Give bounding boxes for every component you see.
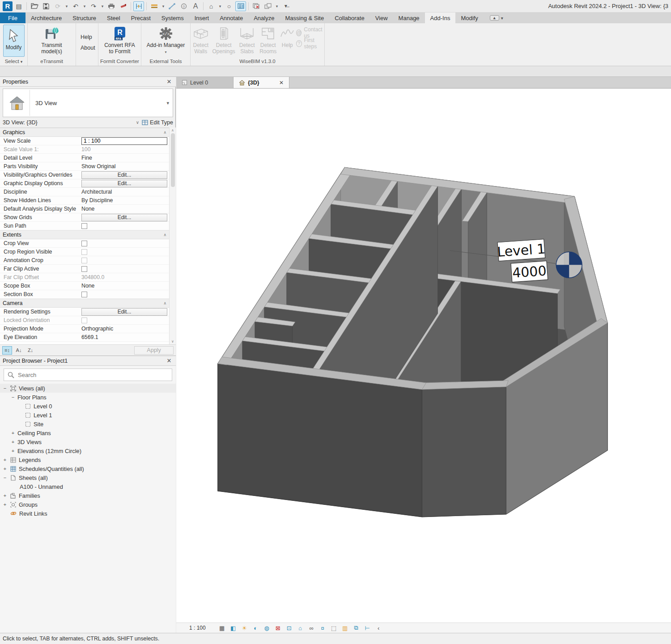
system-browser-icon[interactable] — [235, 1, 246, 11]
default-3d-view-icon[interactable]: ⌂ — [206, 1, 217, 11]
detect-slabs-button[interactable]: Detect Slabs — [237, 25, 257, 56]
undo-dropdown-icon[interactable]: ▾ — [82, 1, 87, 11]
worksharing-display-icon[interactable]: ⧉ — [351, 624, 361, 632]
save-icon[interactable] — [41, 1, 51, 11]
properties-scrollbar[interactable]: ∧ ∨ — [169, 127, 176, 344]
undo-icon[interactable]: ↶ — [70, 1, 81, 11]
tab-precast[interactable]: Precast — [126, 13, 156, 23]
tab-annotate[interactable]: Annotate — [214, 13, 248, 23]
measure-icon[interactable] — [118, 1, 128, 11]
section-graphics[interactable]: Graphics∧ — [0, 128, 169, 137]
detect-walls-button[interactable]: Detect Walls — [191, 25, 210, 56]
far-clip-active-checkbox[interactable] — [81, 266, 87, 272]
crop-view-icon[interactable]: ⊠ — [273, 624, 283, 632]
tab-modify[interactable]: Modify — [455, 13, 483, 23]
collapse-icon[interactable]: ∧ — [163, 301, 166, 305]
properties-close-icon[interactable]: ✕ — [165, 78, 173, 85]
view-tab-level-0[interactable]: Level 0 — [176, 77, 234, 88]
tab-steel[interactable]: Steel — [102, 13, 126, 23]
contact-us-button[interactable]: @ Contact us — [296, 27, 323, 38]
project-browser-close-icon[interactable]: ✕ — [165, 357, 173, 364]
crop-view-checkbox[interactable] — [81, 241, 87, 246]
ribbon-state-dropdown-icon[interactable]: ▾ — [501, 16, 503, 21]
tab-collaborate[interactable]: Collaborate — [329, 13, 370, 23]
section-box-checkbox[interactable] — [81, 292, 87, 297]
detect-openings-button[interactable]: Detect Openings — [211, 25, 236, 56]
rendering-settings-edit-button[interactable]: Edit... — [81, 308, 167, 316]
scroll-down-icon[interactable]: ∨ — [171, 339, 174, 343]
switch-windows-dropdown-icon[interactable]: ▾ — [274, 1, 280, 11]
modify-button[interactable]: Modify — [3, 25, 25, 57]
type-selector[interactable]: 3D View ▾ — [3, 89, 173, 117]
sort-ascending-button[interactable]: A↓ — [14, 346, 24, 355]
collapse-icon[interactable]: ∧ — [163, 130, 166, 135]
line-style-icon[interactable] — [149, 1, 160, 11]
prop-row-view-scale[interactable]: View Scale — [0, 137, 169, 145]
annotation-crop-checkbox[interactable] — [81, 258, 87, 263]
tab-massing-site[interactable]: Massing & Site — [280, 13, 329, 23]
revit-logo-icon[interactable]: R — [3, 1, 13, 11]
model-viewport[interactable]: Level 1 4000 — [176, 89, 671, 623]
scale-button[interactable]: 1 : 100 — [184, 624, 211, 631]
tree-site[interactable]: Site — [0, 419, 176, 428]
tab-insert[interactable]: Insert — [189, 13, 215, 23]
apply-button[interactable]: Apply — [134, 346, 174, 355]
tree-views-all[interactable]: −Views (all) — [0, 384, 176, 393]
browser-search[interactable] — [4, 369, 172, 381]
graphic-display-edit-button[interactable]: Edit... — [81, 180, 167, 187]
instance-selector-dropdown-icon[interactable]: ∨ — [136, 120, 139, 125]
transmit-models-button[interactable]: Transmit model(s) — [30, 25, 73, 56]
tab-manage[interactable]: Manage — [393, 13, 425, 23]
tab-file[interactable]: File — [0, 13, 25, 23]
analytical-model-icon[interactable]: ⬚ — [329, 624, 339, 632]
about-button[interactable]: About — [81, 45, 93, 51]
sort-default-button[interactable]: ≡↕ — [2, 346, 12, 355]
tree-sheets[interactable]: −Sheets (all) — [0, 473, 176, 482]
vcb-collapse-icon[interactable]: ‹ — [374, 624, 384, 632]
section-camera[interactable]: Camera∧ — [0, 299, 169, 308]
temporary-view-properties-icon[interactable]: ¤ — [318, 624, 328, 632]
visual-style-icon[interactable]: ◧ — [228, 624, 238, 632]
view-scale-input[interactable] — [81, 137, 167, 145]
tree-3d-views[interactable]: +3D Views — [0, 437, 176, 446]
switch-windows-icon[interactable] — [263, 1, 273, 11]
collapse-icon[interactable]: ∧ — [163, 233, 166, 237]
tab-add-ins[interactable]: Add-Ins — [425, 13, 456, 23]
sun-path-icon[interactable]: ☀ — [239, 624, 250, 632]
sun-path-checkbox[interactable] — [81, 223, 87, 229]
tree-sheet-a100[interactable]: A100 - Unnamed — [0, 482, 176, 491]
convert-rfa-button[interactable]: RRFA Convert RFA to FormIt — [101, 25, 139, 56]
text-icon[interactable]: A — [190, 1, 201, 11]
detect-rooms-button[interactable]: Detect Rooms — [258, 25, 278, 56]
tab-architecture[interactable]: Architecture — [25, 13, 67, 23]
redo-icon[interactable]: ↷ — [88, 1, 99, 11]
tab-systems[interactable]: Systems — [156, 13, 189, 23]
shadows-icon[interactable]: ◐ — [251, 624, 261, 632]
show-grids-edit-button[interactable]: Edit... — [81, 214, 167, 221]
search-input[interactable] — [18, 372, 168, 378]
open-folder-icon[interactable] — [29, 1, 40, 11]
tree-ceiling-plans[interactable]: +Ceiling Plans — [0, 428, 176, 437]
tree-legends[interactable]: +Legends — [0, 455, 176, 464]
crop-region-icon[interactable]: ⊡ — [284, 624, 294, 632]
panel-wisebim-caption[interactable]: WiseBIM v1.3.0 — [191, 58, 324, 66]
panel-select-caption[interactable]: Select ▾ — [0, 58, 27, 66]
tree-revit-links[interactable]: Revit Links — [0, 509, 176, 518]
prop-row-projection-mode[interactable]: Projection ModeOrthographic — [0, 325, 169, 333]
tree-floor-plans[interactable]: −Floor Plans — [0, 393, 176, 402]
scrollbar-thumb[interactable] — [171, 133, 175, 187]
print-icon[interactable] — [106, 1, 117, 11]
tree-families[interactable]: +Families — [0, 491, 176, 500]
tag-by-category-icon[interactable]: 0 — [178, 1, 189, 11]
edit-type-button[interactable]: Edit Type — [142, 119, 173, 126]
view-tab-close-icon[interactable]: ✕ — [279, 80, 284, 86]
file-tabs-icon[interactable]: ▤ — [13, 1, 24, 11]
prop-row-scope-box[interactable]: Scope BoxNone — [0, 282, 169, 290]
sort-descending-button[interactable]: Z↓ — [25, 346, 35, 355]
ribbon-state-toggle[interactable]: ▲▾ — [490, 13, 503, 23]
prop-row-show-hidden-lines[interactable]: Show Hidden LinesBy Discipline — [0, 196, 169, 205]
tree-schedules[interactable]: +Schedules/Quantities (all) — [0, 464, 176, 473]
tree-groups[interactable]: +Groups — [0, 500, 176, 509]
wisebim-help-button[interactable]: Help — [279, 25, 295, 50]
vg-overrides-edit-button[interactable]: Edit... — [81, 171, 167, 179]
